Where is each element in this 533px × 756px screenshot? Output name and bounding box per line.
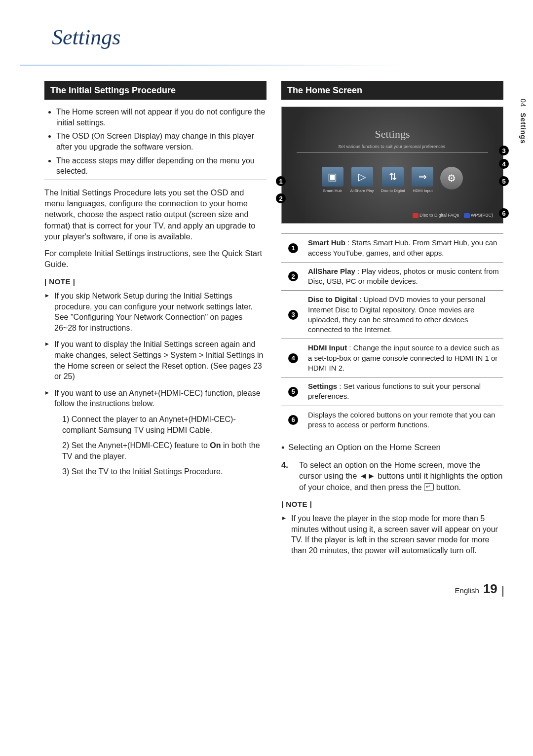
note-item-text: If you want to use an Anynet+(HDMI-CEC) … [54,389,261,408]
screenshot-divider [297,152,488,153]
d-button-icon [464,213,470,218]
note-item: If you skip Network Setup during the Ini… [44,291,266,333]
row-desc: AllShare Play : Play videos, photos or m… [305,262,503,291]
callout-4: 4 [499,159,509,169]
selecting-heading: Selecting an Option on the Home Screen [281,442,503,454]
note-list: If you skip Network Setup during the Ini… [44,291,266,477]
step-text: To select an option on the Home screen, … [299,459,503,492]
table-row: 5Settings : Set various functions to sui… [281,378,503,406]
note-item: If you want to use an Anynet+(HDMI-CEC) … [44,388,266,477]
table-row: 4HDMI Input : Change the input source to… [281,339,503,378]
side-chapter-tab: 04 Settings [519,99,527,144]
row-number: 3 [288,310,298,320]
step-item: 4. To select an option on the Home scree… [281,459,503,492]
body-paragraph: The Initial Settings Procedure lets you … [44,187,266,242]
callout-6: 6 [499,208,509,218]
row-desc: Disc to Digital : Upload DVD movies to y… [305,291,503,339]
body-paragraph: For complete Initial Settings instructio… [44,248,266,270]
row-desc: HDMI Input : Change the input source to … [305,339,503,378]
sub-note-item: 1) Connect the player to an Anynet+(HDMI… [62,414,266,435]
step-number: 4. [281,459,292,492]
note-item: If you want to display the Initial Setti… [44,339,266,381]
callout-5: 5 [499,176,509,186]
allshare-play-icon: ▷AllShare Play [350,167,374,194]
table-row: 1Smart Hub : Starts Smart Hub. From Smar… [281,234,503,263]
left-column: The Initial Settings Procedure The Home … [44,81,266,562]
note-list: If you leave the player in the stop mode… [281,513,503,556]
note-label: | NOTE | [44,277,266,287]
page-title: Settings [52,25,503,50]
table-row: 2AllShare Play : Play videos, photos or … [281,262,503,291]
intro-bullet: The Home screen will not appear if you d… [56,107,266,128]
note-label: | NOTE | [281,499,503,509]
table-row: 6Displays the colored buttons on your re… [281,406,503,434]
note-item: If you leave the player in the stop mode… [281,513,503,556]
row-number: 2 [288,271,298,281]
callout-2: 2 [276,193,286,203]
smart-hub-icon: ▣Smart Hub [322,167,343,194]
sub-note-list: 1) Connect the player to an Anynet+(HDMI… [54,414,266,477]
screenshot-icon-row: ▣Smart Hub ▷AllShare Play ⇅Disc to Digit… [282,167,503,194]
row-number: 4 [288,353,298,363]
row-desc: Settings : Set various functions to suit… [305,378,503,406]
intro-bullets: The Home screen will not appear if you d… [44,107,266,177]
page-number: 19 [483,581,497,596]
right-column: The Home Screen Settings Set various fun… [281,81,503,562]
right-section-header: The Home Screen [281,81,503,100]
sub-note-item: 2) Set the Anynet+(HDMI-CEC) feature to … [62,440,266,461]
screenshot-footer: Disc to Digital FAQs WPS(PBC) [413,212,493,218]
row-desc: Smart Hub : Starts Smart Hub. From Smart… [305,234,503,263]
intro-bullet: The access steps may differ depending on… [56,155,266,177]
page-footer: English 19 [44,581,503,597]
disc-to-digital-icon: ⇅Disc to Digital [381,167,405,194]
chapter-number: 04 [519,99,527,108]
footer-lang: English [455,586,479,595]
on-word: On [210,441,221,450]
b-button-icon [413,213,419,218]
table-row: 3Disc to Digital : Upload DVD movies to … [281,291,503,339]
callout-description-table: 1Smart Hub : Starts Smart Hub. From Smar… [281,233,503,434]
sub-note-item: 3) Set the TV to the Initial Settings Pr… [62,466,266,477]
row-desc: Displays the colored buttons on your rem… [305,406,503,434]
callout-3: 3 [499,146,509,155]
row-number: 1 [288,243,298,253]
home-screen-screenshot: Settings Set various functions to suit y… [281,107,503,224]
divider [44,180,266,180]
row-number: 5 [288,387,298,397]
row-number: 6 [288,415,298,425]
footer-bar [502,586,503,597]
left-section-header: The Initial Settings Procedure [44,81,266,100]
settings-gear-icon: ⚙ [440,167,463,194]
step-list: 4. To select an option on the Home scree… [281,459,503,492]
title-underline [20,65,405,66]
enter-button-icon [424,483,434,491]
intro-bullet: The OSD (On Screen Display) may change i… [56,131,266,152]
screenshot-title: Settings [282,107,503,142]
hdmi-input-icon: ⇒HDMI Input [412,167,433,194]
chapter-label: Settings [519,113,527,144]
screenshot-subtitle: Set various functions to suit your perso… [282,144,503,150]
